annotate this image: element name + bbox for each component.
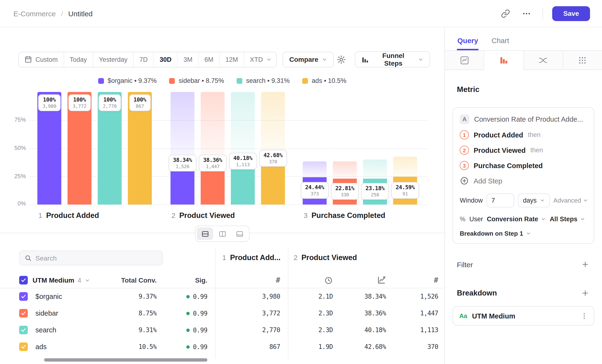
circle-plus-icon bbox=[460, 176, 469, 185]
chart-type-funnel-tab[interactable] bbox=[484, 51, 524, 69]
total-conv-header[interactable]: Total Conv. bbox=[99, 276, 157, 284]
range-6m[interactable]: 6M bbox=[198, 52, 219, 67]
tab-query[interactable]: Query bbox=[457, 34, 479, 50]
metric-title[interactable]: Conversion Rate of Product Adde... bbox=[474, 115, 583, 123]
funnel-bar-remainder[interactable] bbox=[171, 92, 194, 161]
breakdown-item[interactable]: Aa UTM Medium bbox=[452, 306, 594, 326]
row-step2-conv: 38.34% bbox=[338, 293, 386, 300]
range-custom[interactable]: Custom bbox=[19, 52, 64, 67]
add-breakdown-button[interactable] bbox=[579, 287, 591, 299]
chart-type-line-tab[interactable] bbox=[445, 51, 484, 69]
row-checkbox[interactable] bbox=[19, 325, 28, 334]
compare-label: Compare bbox=[289, 55, 318, 63]
range-label: Custom bbox=[35, 56, 58, 63]
metric-step[interactable]: 2Product Viewedthen bbox=[460, 146, 587, 155]
breakdown-column-label: UTM Medium bbox=[32, 276, 74, 284]
breadcrumb-project[interactable]: E-Commerce bbox=[13, 9, 56, 18]
chart-settings-button[interactable] bbox=[333, 52, 349, 67]
metric-step[interactable]: 3Purchase Completed bbox=[460, 161, 587, 170]
funnel-bar-remainder[interactable] bbox=[201, 92, 225, 161]
step2-count-column-icon[interactable]: # bbox=[390, 276, 438, 285]
significance-dot bbox=[186, 295, 190, 298]
metric-title-row: A Conversion Rate of Product Adde... bbox=[460, 115, 587, 124]
range-3m[interactable]: 3M bbox=[177, 52, 198, 67]
breadcrumb-page[interactable]: Untitled bbox=[68, 9, 93, 18]
range-xtd[interactable]: XTD bbox=[244, 52, 277, 67]
metric-heading: Metric bbox=[457, 85, 590, 94]
add-filter-button[interactable] bbox=[579, 258, 591, 271]
check-icon bbox=[21, 310, 26, 316]
compare-button[interactable]: Compare bbox=[283, 52, 333, 67]
row-checkbox[interactable] bbox=[19, 309, 28, 317]
advanced-label: Advanced bbox=[553, 197, 581, 204]
range-label: XTD bbox=[250, 56, 263, 63]
legend-item[interactable]: sidebar • 8.75% bbox=[169, 77, 224, 84]
funnel-bar-remainder[interactable] bbox=[231, 92, 255, 159]
more-menu-button[interactable] bbox=[519, 6, 534, 21]
add-step-button[interactable]: Add Step bbox=[460, 176, 587, 185]
breakdown-column-header[interactable]: UTM Medium 4 bbox=[32, 276, 90, 284]
row-checkbox[interactable] bbox=[19, 342, 28, 351]
metric-letter-badge: A bbox=[460, 115, 469, 124]
funnel-bar-remainder[interactable] bbox=[261, 92, 285, 156]
calendar-icon bbox=[24, 55, 32, 63]
funnel-bar-remainder[interactable] bbox=[303, 161, 327, 177]
share-link-button[interactable] bbox=[498, 6, 513, 21]
range-12m[interactable]: 12M bbox=[219, 52, 244, 67]
funnel-bar-remainder[interactable] bbox=[393, 156, 417, 177]
chevron-down-icon bbox=[526, 231, 531, 236]
chart-view-picker[interactable]: Funnel Steps bbox=[355, 51, 430, 67]
step-name: Product Viewed bbox=[301, 253, 357, 262]
table-row[interactable]: ads10.5%0.998671.9D42.68%370 bbox=[0, 338, 444, 355]
measure-row: % User Conversion Rate All Steps bbox=[460, 215, 587, 223]
advanced-toggle[interactable]: Advanced bbox=[553, 197, 588, 204]
row-significance: 0.99 bbox=[160, 292, 207, 300]
table-row[interactable]: sidebar8.75%0.993,7722.3D38.36%1,447 bbox=[0, 305, 444, 321]
breakdown-section: Breakdown bbox=[457, 287, 591, 299]
measure-entity[interactable]: User bbox=[469, 215, 483, 223]
breakdown-options-button[interactable] bbox=[578, 309, 591, 322]
row-name: ads bbox=[35, 343, 47, 350]
range-7d[interactable]: 7D bbox=[133, 52, 153, 67]
legend-item[interactable]: search • 9.31% bbox=[236, 77, 290, 84]
breakdown-on-step-select[interactable]: Breakdown on Step 1 bbox=[460, 230, 531, 237]
flow-icon bbox=[538, 55, 548, 65]
window-value-input[interactable] bbox=[487, 193, 514, 207]
legend-item[interactable]: $organic • 9.37% bbox=[98, 77, 157, 84]
window-unit-select[interactable]: days bbox=[518, 193, 549, 207]
step-name: Product Add... bbox=[230, 253, 281, 262]
tab-chart[interactable]: Chart bbox=[491, 34, 510, 50]
step-number: 2 bbox=[294, 253, 298, 261]
bar-value-label: 100%867 bbox=[129, 94, 150, 111]
search-input[interactable] bbox=[35, 254, 158, 262]
chart-type-flow-tab[interactable] bbox=[523, 51, 563, 69]
table-row[interactable]: $organic9.37%0.993,9802.1D38.34%1,526 bbox=[0, 288, 444, 305]
measure-scope-select[interactable]: All Steps bbox=[550, 215, 585, 223]
metric-step[interactable]: 1Product Addedthen bbox=[460, 130, 587, 139]
conversion-rate-column-icon[interactable] bbox=[338, 276, 386, 285]
chart-legend: $organic • 9.37%sidebar • 8.75%search • … bbox=[0, 77, 444, 84]
horizontal-scrollbar[interactable] bbox=[44, 358, 207, 362]
row-total-conv: 10.5% bbox=[99, 343, 157, 350]
time-to-convert-column-icon[interactable] bbox=[285, 276, 333, 285]
legend-label: sidebar • 8.75% bbox=[179, 77, 224, 84]
funnel-bar-remainder[interactable] bbox=[333, 161, 357, 179]
range-yesterday[interactable]: Yesterday bbox=[93, 52, 133, 67]
range-30d[interactable]: 30D bbox=[153, 52, 177, 67]
save-button[interactable]: Save bbox=[552, 6, 590, 21]
funnel-bar-remainder[interactable] bbox=[363, 159, 387, 178]
range-today[interactable]: Today bbox=[64, 52, 93, 67]
legend-item[interactable]: ads • 10.5% bbox=[302, 77, 346, 84]
significance-header[interactable]: Sig. bbox=[160, 276, 207, 284]
measure-scope-label: All Steps bbox=[550, 215, 578, 223]
select-all-checkbox[interactable] bbox=[19, 276, 28, 285]
measure-type-select[interactable]: Conversion Rate bbox=[487, 215, 546, 223]
chart-type-more-tab[interactable] bbox=[563, 51, 602, 69]
report-canvas: Custom Today Yesterday 7D 30D 3M 6M 12M … bbox=[0, 27, 444, 364]
table-search bbox=[19, 250, 163, 265]
bar-value-label: 24.44%373 bbox=[301, 182, 329, 199]
row-checkbox[interactable] bbox=[19, 292, 28, 300]
table-row[interactable]: search9.31%0.992,7702.3D40.18%1,113 bbox=[0, 321, 444, 338]
significance-dot bbox=[186, 311, 190, 315]
step1-count-column-icon[interactable]: # bbox=[218, 276, 280, 285]
